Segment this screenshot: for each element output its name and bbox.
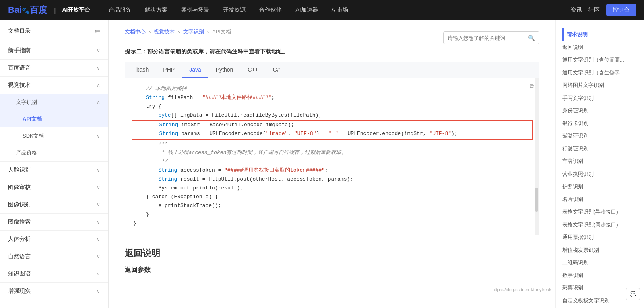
breadcrumb-item-doc[interactable]: 文档中心 — [125, 28, 146, 35]
right-panel-item-8[interactable]: 驾驶证识别 — [562, 129, 638, 142]
right-panel-item-2[interactable]: 通用文字识别（含位置高... — [562, 53, 638, 66]
sidebar-section-ar: 增强现实 ∨ — [0, 283, 108, 300]
sidebar-item-beginner[interactable]: 新手指南 ∨ — [0, 42, 108, 59]
breadcrumb-sep-1: › — [178, 29, 180, 35]
sidebar-item-api-doc[interactable]: API文档 — [0, 111, 108, 127]
right-panel-item-16[interactable]: 通用票据识别 — [562, 231, 638, 244]
sidebar-item-ocr[interactable]: 文字识别 ∧ — [0, 94, 108, 111]
right-panel-item-4[interactable]: 网络图片文字识别 — [562, 79, 638, 92]
nav-news[interactable]: 资讯 — [571, 6, 582, 14]
sidebar-item-pricing[interactable]: 产品价格 — [0, 144, 108, 161]
sidebar-label-beginner: 新手指南 — [8, 47, 31, 54]
right-panel-item-6[interactable]: 身份证识别 — [562, 104, 638, 117]
sidebar-header: 文档目录 ⇐ — [0, 20, 108, 42]
chevron-down-icon: ∨ — [97, 202, 100, 207]
chevron-up-icon: ∧ — [97, 99, 100, 105]
platform-name: AI开放平台 — [62, 6, 90, 14]
sidebar-label-vision: 视觉技术 — [8, 82, 31, 89]
sidebar-label-imgsearch: 图像搜索 — [8, 218, 31, 226]
breadcrumb: 文档中心 › 视觉技术 › 文字识别 › API文档 — [125, 20, 231, 42]
nav-aimarket[interactable]: AI市场 — [325, 0, 355, 20]
sidebar-label-pricing: 产品价格 — [16, 149, 37, 156]
breadcrumb-item-vision[interactable]: 视觉技术 — [154, 28, 175, 35]
sidebar-title: 文档目录 — [8, 27, 31, 35]
sidebar-item-speech[interactable]: 百度语音 ∨ — [0, 60, 108, 76]
right-panel-item-1[interactable]: 返回说明 — [562, 41, 638, 54]
main-content: 文档中心 › 视觉技术 › 文字识别 › API文档 🔍 提示二：部分语言依赖的… — [109, 20, 555, 308]
tab-java[interactable]: Java — [182, 62, 208, 78]
right-panel-item-11[interactable]: 营业执照识别 — [562, 168, 638, 181]
chevron-down-icon: ∨ — [97, 185, 100, 190]
sidebar-label-body: 人体分析 — [8, 236, 31, 243]
nav-accelerator[interactable]: AI加速器 — [289, 0, 324, 20]
sidebar: 文档目录 ⇐ 新手指南 ∨ 百度语音 ∨ 视觉技术 ∧ 文字识别 ∧ — [0, 20, 109, 308]
sidebar-section-kg: 知识图谱 ∨ — [0, 265, 108, 283]
right-panel-item-7[interactable]: 银行卡识别 — [562, 117, 638, 130]
sidebar-item-vision[interactable]: 视觉技术 ∧ — [0, 77, 108, 94]
right-panel-item-18[interactable]: 二维码识别 — [562, 256, 638, 269]
sidebar-label-kg: 知识图谱 — [8, 270, 31, 277]
logo-area: Bai🐾百度 | AI开放平台 — [8, 4, 90, 16]
sidebar-label-ocr: 文字识别 — [16, 99, 37, 106]
nav-right: 资讯 社区 控制台 — [571, 4, 636, 16]
sidebar-item-ar[interactable]: 增强现实 ∨ — [0, 283, 108, 300]
sidebar-item-nlp[interactable]: 自然语言 ∨ — [0, 248, 108, 265]
sidebar-label-face: 人脸识别 — [8, 166, 31, 174]
right-panel-item-13[interactable]: 名片识别 — [562, 193, 638, 206]
search-bar: 🔍 — [443, 31, 539, 44]
nav-community[interactable]: 社区 — [588, 6, 600, 14]
sidebar-label-api: API文档 — [23, 115, 42, 123]
highlighted-code: String imgStr = Base64Util.encode(imgDat… — [134, 121, 530, 138]
right-panel-item-10[interactable]: 车牌识别 — [562, 155, 638, 168]
top-navigation: Bai🐾百度 | AI开放平台 产品服务 解决方案 案例与场景 开发资源 合作伙… — [0, 0, 644, 20]
chevron-down-icon: ∨ — [97, 133, 100, 139]
nav-solutions[interactable]: 解决方案 — [138, 0, 174, 20]
sidebar-label-ar: 增强现实 — [8, 287, 31, 295]
nav-products[interactable]: 产品服务 — [102, 0, 138, 20]
sidebar-item-kg[interactable]: 知识图谱 ∨ — [0, 265, 108, 282]
code-body: ⧉ // 本地图片路径 String filePath = "#####本地文件… — [125, 78, 539, 235]
tab-csharp[interactable]: C# — [266, 62, 287, 78]
search-input[interactable] — [444, 35, 524, 41]
sidebar-section-imgsearch: 图像搜索 ∨ — [0, 214, 108, 231]
sidebar-item-body[interactable]: 人体分析 ∨ — [0, 231, 108, 248]
breadcrumb-item-ocr[interactable]: 文字识别 — [183, 28, 204, 35]
tab-cpp[interactable]: C++ — [240, 62, 265, 78]
right-panel-item-15[interactable]: 表格文字识别(同步接口) — [562, 218, 638, 231]
nav-partners[interactable]: 合作伙伴 — [253, 0, 288, 20]
chevron-down-icon: ∨ — [97, 288, 100, 294]
chevron-down-icon: ∨ — [97, 236, 100, 242]
tab-bash[interactable]: bash — [129, 62, 156, 78]
sidebar-toggle-icon[interactable]: ⇐ — [94, 27, 100, 35]
sidebar-item-face[interactable]: 人脸识别 ∨ — [0, 162, 108, 179]
main-layout: 文档目录 ⇐ 新手指南 ∨ 百度语音 ∨ 视觉技术 ∧ 文字识别 ∧ — [0, 20, 644, 308]
sidebar-section-nlp: 自然语言 ∨ — [0, 248, 108, 265]
chevron-down-icon: ∨ — [97, 271, 100, 277]
right-panel-item-0[interactable]: 请求说明 — [562, 28, 638, 41]
breadcrumb-sep-2: › — [207, 29, 209, 35]
right-panel-item-12[interactable]: 护照识别 — [562, 180, 638, 193]
right-panel-item-5[interactable]: 手写文字识别 — [562, 92, 638, 105]
copy-icon[interactable]: ⧉ — [530, 83, 534, 90]
sidebar-label-imgmod: 图像审核 — [8, 184, 31, 191]
sidebar-item-imgsearch[interactable]: 图像搜索 ∨ — [0, 214, 108, 230]
sidebar-section-speech: 百度语音 ∨ — [0, 60, 108, 77]
control-panel-button[interactable]: 控制台 — [606, 4, 636, 16]
nav-devresources[interactable]: 开发资源 — [217, 0, 252, 20]
tab-python[interactable]: Python — [208, 62, 241, 78]
sidebar-item-sdk-doc[interactable]: SDK文档 ∨ — [0, 127, 108, 144]
chevron-down-icon: ∨ — [97, 65, 100, 71]
search-button[interactable]: 🔍 — [524, 35, 539, 41]
nav-links: 产品服务 解决方案 案例与场景 开发资源 合作伙伴 AI加速器 AI市场 — [102, 0, 571, 20]
chat-icon[interactable]: 💬 — [626, 288, 640, 300]
tab-php[interactable]: PHP — [156, 62, 182, 78]
breadcrumb-sep-0: › — [149, 29, 151, 35]
right-panel-item-9[interactable]: 行驶证识别 — [562, 142, 638, 155]
right-panel-item-19[interactable]: 数字识别 — [562, 269, 638, 282]
right-panel-item-3[interactable]: 通用文字识别（含生僻字... — [562, 66, 638, 79]
sidebar-item-imgmod[interactable]: 图像审核 ∨ — [0, 179, 108, 196]
sidebar-item-imgrec[interactable]: 图像识别 ∨ — [0, 196, 108, 213]
nav-cases[interactable]: 案例与场景 — [175, 0, 216, 20]
right-panel-item-14[interactable]: 表格文字识别(异步接口) — [562, 205, 638, 218]
right-panel-item-17[interactable]: 增值税发票识别 — [562, 244, 638, 257]
